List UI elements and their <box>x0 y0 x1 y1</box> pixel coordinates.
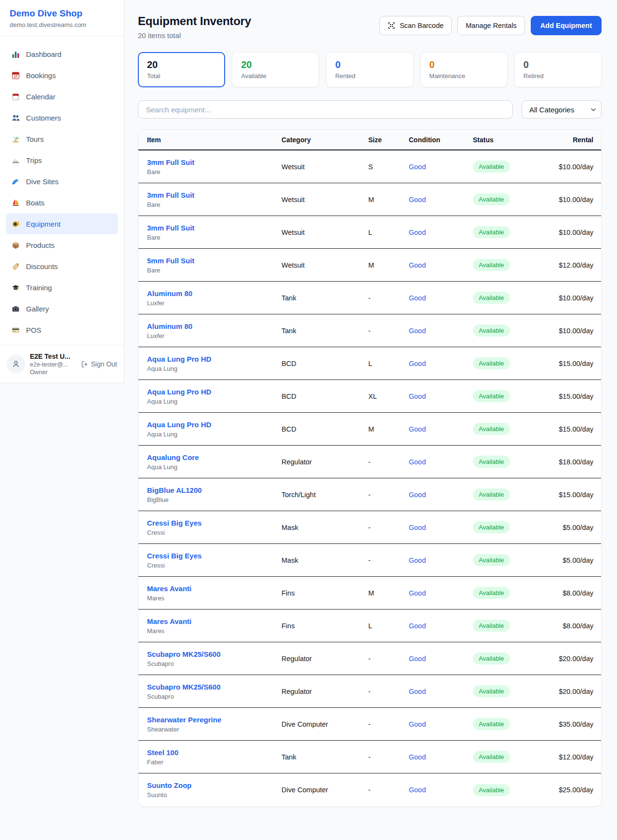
sidebar-item-gallery[interactable]: Gallery <box>6 298 118 319</box>
category-select-wrap: All Categories <box>522 100 602 119</box>
condition-link[interactable]: Good <box>409 589 426 597</box>
condition-link[interactable]: Good <box>409 655 426 663</box>
condition-link[interactable]: Good <box>409 753 426 761</box>
item-cell: Steel 100Faber <box>147 748 282 766</box>
status-cell: Available <box>473 423 555 435</box>
sidebar-item-bookings[interactable]: 17Bookings <box>6 65 118 86</box>
item-brand: Suunto <box>147 791 282 799</box>
item-name-link[interactable]: Aqualung Core <box>147 453 199 461</box>
sidebar-item-training[interactable]: Training <box>6 277 118 298</box>
condition-link[interactable]: Good <box>409 458 426 466</box>
size-cell: S <box>368 163 409 171</box>
condition-link[interactable]: Good <box>409 524 426 531</box>
condition-link[interactable]: Good <box>409 393 426 400</box>
barcode-scan-icon <box>388 22 395 29</box>
table-row: Aqua Lung Pro HDAqua LungBCDXLGoodAvaila… <box>138 380 601 413</box>
sidebar-item-trips[interactable]: Trips <box>6 149 118 171</box>
item-name-link[interactable]: Aluminum 80 <box>147 289 192 298</box>
item-name-link[interactable]: Aqua Lung Pro HD <box>147 420 211 429</box>
condition-link[interactable]: Good <box>409 360 426 367</box>
condition-cell: Good <box>409 196 473 203</box>
sidebar-item-label: Products <box>26 241 54 249</box>
sidebar-item-tours[interactable]: Tours <box>6 128 118 149</box>
sidebar-item-pos[interactable]: POS <box>6 319 118 340</box>
stat-card-available[interactable]: 20Available <box>232 52 319 87</box>
sidebar-item-equipment[interactable]: Equipment <box>6 213 118 234</box>
item-cell: Scubapro MK25/S600Scubapro <box>147 683 282 700</box>
category-select[interactable]: All Categories <box>522 100 602 119</box>
status-badge: Available <box>473 259 510 271</box>
item-name-link[interactable]: BigBlue AL1200 <box>147 486 202 494</box>
sidebar-item-dive-sites[interactable]: Dive Sites <box>6 171 118 192</box>
condition-link[interactable]: Good <box>409 196 426 203</box>
category-cell: Regulator <box>282 688 368 695</box>
sidebar-item-calendar[interactable]: Calendar <box>6 86 118 107</box>
status-badge: Available <box>473 521 510 533</box>
sidebar-item-boats[interactable]: Boats <box>6 192 118 213</box>
size-cell: M <box>368 196 409 203</box>
stat-card-maintenance[interactable]: 0Maintenance <box>420 52 508 87</box>
condition-link[interactable]: Good <box>409 556 426 564</box>
category-cell: Wetsuit <box>282 163 368 171</box>
item-name-link[interactable]: Cressi Big Eyes <box>147 552 201 560</box>
item-name-link[interactable]: Scubapro MK25/S600 <box>147 650 221 658</box>
rental-cell: $20.00/day <box>555 655 593 663</box>
condition-link[interactable]: Good <box>409 327 426 335</box>
sign-out-button[interactable]: Sign Out <box>81 360 117 368</box>
item-name-link[interactable]: Cressi Big Eyes <box>147 519 201 527</box>
shop-name[interactable]: Demo Dive Shop <box>10 8 114 19</box>
status-badge: Available <box>473 685 510 697</box>
condition-link[interactable]: Good <box>409 622 426 630</box>
sidebar-item-discounts[interactable]: Discounts <box>6 256 118 277</box>
condition-link[interactable]: Good <box>409 720 426 728</box>
item-name-link[interactable]: 3mm Full Suit <box>147 224 194 232</box>
stat-card-retired[interactable]: 0Retired <box>514 52 602 87</box>
rental-cell: $10.00/day <box>555 196 593 203</box>
item-name-link[interactable]: 3mm Full Suit <box>147 191 194 199</box>
category-cell: Mask <box>282 524 368 531</box>
rental-cell: $10.00/day <box>555 229 593 236</box>
item-name-link[interactable]: Aluminum 80 <box>147 322 192 330</box>
table-row: 3mm Full SuitBareWetsuitSGoodAvailable$1… <box>138 150 601 183</box>
condition-link[interactable]: Good <box>409 163 426 171</box>
condition-link[interactable]: Good <box>409 294 426 302</box>
condition-link[interactable]: Good <box>409 229 426 236</box>
status-cell: Available <box>473 620 555 632</box>
sidebar-item-label: Trips <box>26 156 42 164</box>
search-input[interactable] <box>138 100 513 119</box>
item-name-link[interactable]: Mares Avanti <box>147 617 191 625</box>
sidebar-item-products[interactable]: Products <box>6 234 118 256</box>
scan-barcode-button[interactable]: Scan Barcode <box>379 16 452 35</box>
condition-link[interactable]: Good <box>409 491 426 499</box>
item-name-link[interactable]: Suunto Zoop <box>147 781 191 789</box>
status-cell: Available <box>473 357 555 369</box>
status-cell: Available <box>473 456 555 468</box>
item-name-link[interactable]: Aqua Lung Pro HD <box>147 355 211 363</box>
bookings-calendar-icon: 17 <box>12 71 20 80</box>
condition-link[interactable]: Good <box>409 261 426 269</box>
item-name-link[interactable]: Scubapro MK25/S600 <box>147 683 221 691</box>
manage-rentals-button[interactable]: Manage Rentals <box>457 16 525 35</box>
item-cell: 3mm Full SuitBare <box>147 191 282 208</box>
size-cell: - <box>368 720 409 728</box>
category-cell: BCD <box>282 393 368 400</box>
sidebar-item-customers[interactable]: Customers <box>6 107 118 128</box>
item-name-link[interactable]: 5mm Full Suit <box>147 257 194 265</box>
condition-link[interactable]: Good <box>409 786 426 794</box>
stat-card-total[interactable]: 20Total <box>138 52 225 87</box>
column-header-size: Size <box>368 136 409 144</box>
item-name-link[interactable]: Steel 100 <box>147 748 178 757</box>
item-name-link[interactable]: 3mm Full Suit <box>147 158 194 166</box>
scan-barcode-label: Scan Barcode <box>400 22 443 29</box>
condition-link[interactable]: Good <box>409 688 426 695</box>
sidebar-item-dashboard[interactable]: Dashboard <box>6 43 118 65</box>
item-name-link[interactable]: Mares Avanti <box>147 584 191 593</box>
add-equipment-label: Add Equipment <box>540 22 592 29</box>
stat-card-rented[interactable]: 0Rented <box>326 52 413 87</box>
category-cell: BCD <box>282 360 368 367</box>
add-equipment-button[interactable]: Add Equipment <box>531 16 602 35</box>
dive-mask-icon <box>12 220 20 228</box>
item-name-link[interactable]: Aqua Lung Pro HD <box>147 388 211 396</box>
condition-link[interactable]: Good <box>409 425 426 433</box>
item-name-link[interactable]: Shearwater Peregrine <box>147 716 221 724</box>
